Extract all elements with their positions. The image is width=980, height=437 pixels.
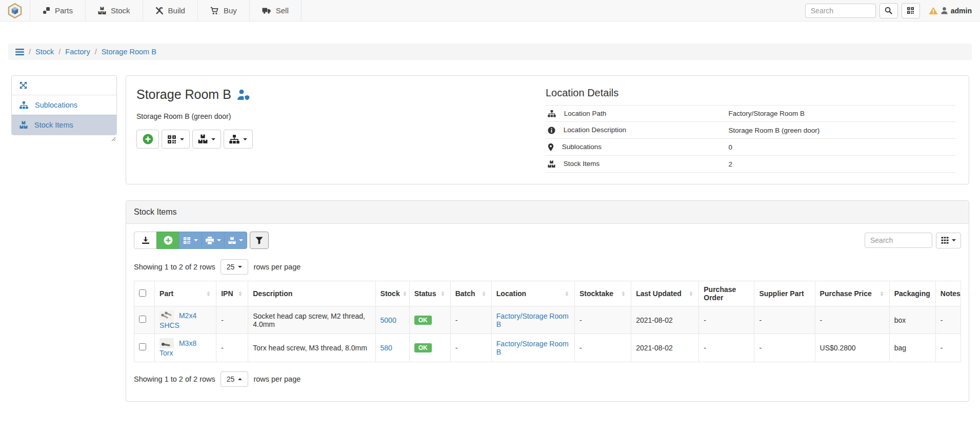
qrcode-icon	[907, 7, 914, 14]
add-stock-item-button[interactable]	[156, 232, 179, 249]
stock-items-panel: Stock Items	[126, 200, 969, 402]
stock-table-toolbar	[134, 232, 961, 249]
boxes-icon	[19, 121, 28, 129]
barcode-scan-button[interactable]	[902, 3, 920, 18]
batch-cell: -	[450, 334, 491, 362]
sidebar-item-sublocations[interactable]: Sublocations	[12, 95, 116, 115]
navbar-right: admin	[805, 0, 980, 21]
column-header-location[interactable]: Location	[491, 281, 574, 306]
build-icon	[155, 7, 164, 15]
page-size-dropdown[interactable]: 25	[221, 259, 249, 275]
location-link[interactable]: Factory/Storage Room B	[496, 312, 569, 328]
location-actions-button[interactable]	[224, 130, 253, 149]
purchase-order-cell: -	[699, 306, 754, 334]
column-header-packaging: Packaging	[889, 281, 935, 306]
user-area[interactable]: admin	[929, 7, 972, 15]
nav-item-label: Stock	[111, 6, 130, 15]
packaging-cell: bag	[889, 334, 935, 362]
column-header-stock[interactable]: Stock	[375, 281, 409, 306]
breadcrumb-item-storage-room-b[interactable]: Storage Room B	[102, 48, 156, 56]
nav-item-sell[interactable]: Sell	[249, 0, 302, 21]
warning-icon	[929, 7, 938, 15]
stock-options-dropdown-button[interactable]	[224, 232, 247, 249]
global-search-input[interactable]	[805, 4, 876, 18]
column-header-last-updated[interactable]: Last Updated	[631, 281, 699, 306]
sell-icon	[262, 7, 271, 14]
sidebar-expand-button[interactable]	[12, 76, 116, 95]
info-icon	[548, 127, 555, 134]
notes-cell: -	[935, 306, 961, 334]
print-dropdown-button[interactable]	[202, 232, 225, 249]
row-checkbox[interactable]	[139, 316, 146, 323]
nav-item-label: Parts	[55, 6, 73, 15]
stock-quantity-link[interactable]: 580	[381, 344, 392, 352]
column-header-purchase-price[interactable]: Purchase Price	[815, 281, 889, 306]
row-checkbox[interactable]	[139, 343, 146, 350]
select-all-checkbox[interactable]	[139, 289, 146, 297]
sidebar-item-stock-items[interactable]: Stock Items	[12, 115, 116, 135]
nav-item-build[interactable]: Build	[143, 0, 197, 21]
export-button[interactable]	[134, 232, 157, 249]
sidebar-resize-handle[interactable]	[111, 137, 116, 141]
notes-cell: -	[935, 334, 961, 362]
detail-value: Storage Room B (green door)	[726, 122, 956, 139]
filter-button[interactable]	[250, 232, 269, 249]
barcode-dropdown-button[interactable]	[179, 232, 202, 249]
nav-item-parts[interactable]: Parts	[30, 0, 85, 21]
part-thumbnail	[159, 310, 174, 321]
location-subtitle: Storage Room B (green door)	[136, 112, 546, 120]
sort-icon	[237, 290, 243, 297]
rows-per-page-label: rows per page	[253, 263, 301, 271]
stock-quantity-link[interactable]: 5000	[381, 316, 396, 324]
supplier-part-cell: -	[754, 334, 815, 362]
caret-down-icon	[952, 239, 956, 241]
showing-text: Showing 1 to 2 of 2 rows	[134, 263, 215, 271]
map-marker-icon	[548, 143, 554, 151]
location-actions	[136, 130, 546, 149]
sort-icon	[402, 290, 408, 297]
global-search-button[interactable]	[879, 3, 898, 18]
ipn-cell: -	[216, 306, 248, 334]
table-row: M2x4 SHCS - Socket head cap screw, M2 th…	[134, 306, 961, 334]
page-size-value: 25	[227, 263, 235, 271]
column-header-part[interactable]: Part	[155, 281, 216, 306]
location-details-table: Location Path Factory/Storage Room B Loc…	[546, 105, 956, 173]
caret-up-icon	[238, 378, 242, 380]
boxes-icon	[548, 160, 555, 168]
new-stock-item-button[interactable]	[136, 130, 159, 149]
table-search-input[interactable]	[865, 233, 932, 248]
page-size-dropdown[interactable]: 25	[221, 371, 249, 387]
stock-icon	[98, 7, 106, 15]
stocktake-cell: -	[575, 306, 631, 334]
ipn-cell: -	[216, 334, 248, 362]
page-size-value: 25	[227, 375, 235, 383]
parts-icon	[43, 7, 50, 14]
inventree-logo-icon	[7, 3, 23, 18]
location-overview-panel: Storage Room B Storage Room B (green doo…	[126, 75, 969, 184]
columns-icon	[941, 237, 949, 244]
column-header-status[interactable]: Status	[409, 281, 450, 306]
detail-row-sublocations: Sublocations 0	[546, 139, 956, 156]
column-header-batch[interactable]: Batch	[450, 281, 491, 306]
detail-label: Location Path	[564, 110, 607, 117]
columns-dropdown-button[interactable]	[936, 233, 961, 248]
supplier-part-cell: -	[754, 306, 815, 334]
nav-item-buy[interactable]: Buy	[197, 0, 249, 21]
nav-item-stock[interactable]: Stock	[85, 0, 143, 21]
top-navbar: Parts Stock Build Buy Sell admin	[0, 0, 980, 22]
app-logo[interactable]	[0, 0, 30, 21]
column-header-stocktake[interactable]: Stocktake	[575, 281, 631, 306]
location-link[interactable]: Factory/Storage Room B	[496, 340, 569, 356]
qrcode-icon	[167, 135, 176, 144]
qrcode-icon	[183, 237, 191, 244]
breadcrumb-item-factory[interactable]: Factory	[65, 48, 90, 56]
stock-panel-title: Stock Items	[126, 201, 969, 224]
printer-icon	[206, 237, 214, 244]
sort-icon	[688, 290, 694, 297]
column-header-ipn[interactable]: IPN	[216, 281, 248, 306]
hamburger-icon[interactable]	[15, 49, 24, 55]
breadcrumb-item-stock[interactable]: Stock	[35, 48, 54, 56]
stock-actions-button[interactable]	[192, 130, 221, 149]
barcode-actions-button[interactable]	[162, 130, 190, 149]
stock-items-table: Part IPN Description Stock Status Batch …	[134, 281, 961, 362]
